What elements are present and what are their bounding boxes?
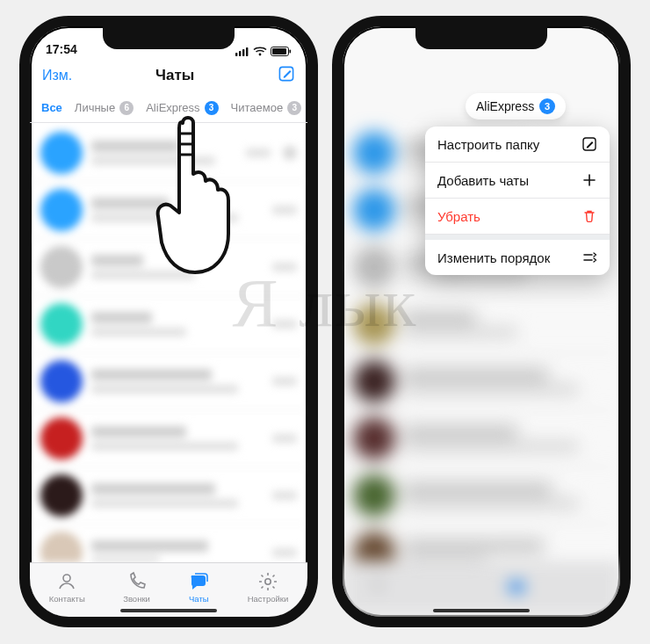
tab-label: Чаты <box>189 594 209 604</box>
menu-item-label: Добавить чаты <box>437 173 529 188</box>
page-title: Чаты <box>155 67 194 84</box>
wifi-icon <box>253 47 267 56</box>
filter-tab-count: 3 <box>205 101 219 115</box>
menu-item-label: Изменить порядок <box>437 250 550 265</box>
svg-point-9 <box>63 575 70 582</box>
svg-rect-7 <box>290 50 292 54</box>
home-indicator <box>433 609 530 612</box>
chats-icon <box>188 571 209 592</box>
filter-tab-label: AliExpress <box>146 101 199 114</box>
chat-row[interactable] <box>30 296 307 353</box>
phone-left: 17:54 Изм. Чаты Все Л <box>19 16 318 627</box>
trash-icon <box>581 208 597 224</box>
filter-tab-label: Личные <box>75 101 115 114</box>
tab-calls[interactable]: Звонки <box>123 571 150 604</box>
svg-rect-2 <box>242 49 244 56</box>
filter-tab-label: Все <box>41 101 62 114</box>
svg-rect-6 <box>272 48 286 54</box>
battery-icon <box>271 47 292 56</box>
compose-button[interactable] <box>278 65 295 86</box>
tab-settings[interactable]: Настройки <box>248 571 289 604</box>
filter-tab-label: Читаемое <box>231 101 284 114</box>
chat-row[interactable] <box>30 525 307 562</box>
chat-row[interactable] <box>30 467 307 525</box>
filter-tab-personal[interactable]: Личные 6 <box>72 98 136 119</box>
filter-tab-count: 3 <box>287 101 301 115</box>
edit-button[interactable]: Изм. <box>42 68 72 83</box>
notch <box>415 25 547 49</box>
filter-bar: Все Личные 6 AliExpress 3 Читаемое 3 <box>30 93 307 123</box>
compose-icon <box>278 65 295 83</box>
svg-rect-1 <box>239 51 241 56</box>
phone-icon <box>126 571 148 592</box>
notch <box>103 25 235 49</box>
filter-tab-count: 6 <box>119 101 134 115</box>
tab-chats[interactable]: Чаты <box>188 571 209 604</box>
tab-contacts[interactable]: Контакты <box>49 571 85 604</box>
folder-context-menu: Настроить папку Добавить чаты Убрать Изм… <box>425 127 610 275</box>
chat-row[interactable] <box>30 353 307 410</box>
chat-list[interactable] <box>30 125 307 562</box>
svg-point-4 <box>259 54 262 56</box>
signal-icon <box>235 47 249 56</box>
chat-row[interactable] <box>30 410 307 467</box>
home-indicator <box>120 609 217 612</box>
contacts-icon <box>56 571 77 592</box>
folder-chip-count: 3 <box>539 98 555 114</box>
menu-item-add-chats[interactable]: Добавить чаты <box>425 163 610 199</box>
svg-rect-3 <box>246 47 248 56</box>
plus-icon <box>581 172 597 188</box>
compose-icon <box>581 136 597 152</box>
phone-right: AliExpress 3 Настроить папку Добавить ча… <box>332 16 631 627</box>
filter-tab-all[interactable]: Все <box>39 98 65 118</box>
menu-item-label: Убрать <box>437 209 480 224</box>
menu-item-remove[interactable]: Убрать <box>425 199 610 235</box>
tab-label: Контакты <box>49 594 85 604</box>
reorder-icon <box>581 250 597 265</box>
menu-item-label: Настроить папку <box>437 137 539 152</box>
chat-row[interactable] <box>30 125 307 182</box>
folder-chip-aliexpress[interactable]: AliExpress 3 <box>466 93 566 119</box>
tab-label: Звонки <box>123 594 150 604</box>
chat-row[interactable] <box>30 239 307 296</box>
status-time: 17:54 <box>46 42 77 56</box>
menu-item-configure-folder[interactable]: Настроить папку <box>425 127 610 163</box>
tab-label: Настройки <box>248 594 289 604</box>
svg-point-10 <box>265 579 271 584</box>
folder-chip-label: AliExpress <box>476 99 534 113</box>
filter-tab-readable[interactable]: Читаемое 3 <box>228 98 305 119</box>
menu-item-reorder[interactable]: Изменить порядок <box>425 235 610 275</box>
svg-rect-0 <box>235 53 237 56</box>
chat-row[interactable] <box>30 182 307 239</box>
filter-tab-aliexpress[interactable]: AliExpress 3 <box>143 98 220 119</box>
nav-bar: Изм. Чаты <box>30 58 307 93</box>
gear-icon <box>257 571 278 592</box>
